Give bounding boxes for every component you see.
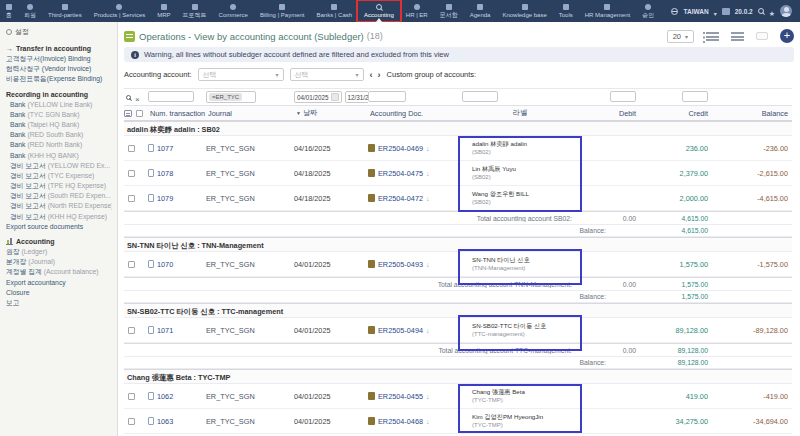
nav-hr-er[interactable]: HR | ER [400,0,434,22]
download-icon[interactable] [423,260,430,269]
accounting-doc-link[interactable]: ER2505-0494 [378,326,423,335]
num-filter-input[interactable] [148,91,194,102]
nav-members[interactable]: 회원 [18,0,42,22]
transaction-link[interactable]: 1077 [157,144,173,153]
sidebar-item-expense-2[interactable]: 경비 보고서 (TPE HQ Expense) [6,181,112,191]
add-record-button[interactable] [780,29,794,43]
nav-knowledge-base[interactable]: Knowledge base [496,0,552,22]
sidebar-item-expense-4[interactable]: 경비 보고서 (North RED Expense) [6,201,112,211]
nav-approval[interactable]: 승인 [636,0,660,22]
subledger-account-select[interactable]: 선택 [290,68,364,81]
transaction-link[interactable]: 1071 [157,326,173,335]
previous-account-button[interactable] [370,70,373,80]
columns-selector-icon[interactable] [124,110,132,117]
view-list-icon[interactable] [706,32,719,41]
global-search-icon[interactable] [758,8,764,14]
locale-label[interactable]: TAIWAN [683,8,708,15]
sidebar-item-bank-1[interactable]: Bank (TYC SGN Bank) [6,110,112,120]
nav-products-services[interactable]: Products | Services [88,0,152,22]
download-icon[interactable] [423,392,430,401]
sidebar-item-closure[interactable]: Closure [6,288,112,298]
download-icon[interactable] [423,144,430,153]
sidebar-item-export-accountancy[interactable]: Export accountancy [6,278,112,288]
row-checkbox[interactable] [128,261,135,268]
sidebar-item-export-source[interactable]: Export source documents [6,222,112,232]
sidebar-item-expense-5[interactable]: 경비 보고서 (KHH HQ Expense) [6,212,112,222]
row-checkbox[interactable] [128,393,135,400]
nav-agenda[interactable]: Agenda [464,0,497,22]
col-credit[interactable]: Credit [640,109,712,118]
row-checkbox[interactable] [128,327,135,334]
sidebar-settings[interactable]: 설정 [6,27,112,37]
calendar-icon[interactable] [331,93,339,101]
col-label[interactable]: 라벨 [462,108,578,118]
row-checkbox[interactable] [128,418,135,425]
accounting-doc-link[interactable]: ER2504-0469 [378,144,423,153]
nav-hr-management[interactable]: HR Management [579,0,636,22]
sidebar-item-expense-binding[interactable]: 비용전표묶음(Expense Binding) [6,74,112,84]
sidebar-item-reporting[interactable]: 보고 [6,298,112,308]
sidebar-item-invoice-binding[interactable]: 고객청구서(Invoice) Binding [6,54,112,64]
sidebar-item-bank-0[interactable]: Bank (YELLOW Line Bank) [6,100,112,110]
nav-home[interactable]: 홈 [0,0,18,22]
sidebar-item-journal[interactable]: 분개장 (Journal) [6,257,112,267]
accounting-doc-link[interactable]: ER2504-0468 [378,417,423,426]
nav-tools[interactable]: Tools [553,0,579,22]
sidebar-item-expense-1[interactable]: 경비 보고서 (TYC Expense) [6,171,112,181]
nav-mrp[interactable]: MRP [151,0,176,22]
select-all-checkbox[interactable] [136,110,143,117]
nav-commerce[interactable]: Commerce [213,0,254,22]
transaction-link[interactable]: 1078 [157,169,173,178]
transaction-link[interactable]: 1079 [157,194,173,203]
sidebar-item-expense-3[interactable]: 경비 보고서 (South RED Expen... [6,191,112,201]
sidebar-item-bank-2[interactable]: Bank (Taipei HQ Bank) [6,120,112,130]
nav-third-parties[interactable]: Third-parties [42,0,88,22]
download-icon[interactable] [423,417,430,426]
label-filter-input[interactable] [462,91,498,102]
row-checkbox[interactable] [128,170,135,177]
col-journal[interactable]: Journal [206,109,294,118]
transaction-link[interactable]: 1070 [157,260,173,269]
accounting-doc-link[interactable]: ER2504-0472 [378,194,423,203]
col-doc[interactable]: Accounting Doc. [368,109,462,118]
row-checkbox[interactable] [128,195,135,202]
download-icon[interactable] [423,169,430,178]
bookmark-star-icon[interactable] [769,2,775,20]
accounting-account-select[interactable]: 선택 [198,68,284,81]
date-to-input[interactable]: 12/31/2025 [345,91,368,103]
next-account-button[interactable] [378,70,381,80]
download-icon[interactable] [423,326,430,335]
col-num[interactable]: Num. transaction [148,109,206,118]
date-from-input[interactable]: 04/01/2025 [294,91,342,103]
transaction-link[interactable]: 1062 [157,392,173,401]
download-icon[interactable] [423,194,430,203]
debit-filter-input[interactable] [610,91,636,102]
doc-filter-input[interactable] [368,91,406,102]
accounting-doc-link[interactable]: ER2504-0455 [378,392,423,401]
col-date[interactable]: 날짜 [294,108,368,118]
view-extended-selected[interactable] [756,32,768,40]
accounting-doc-link[interactable]: ER2505-0493 [378,260,423,269]
credit-filter-input[interactable] [682,91,708,102]
search-icon[interactable] [126,95,131,100]
accounting-doc-link[interactable]: ER2504-0475 [378,169,423,178]
sidebar-item-bank-3[interactable]: Bank (RED South Bank) [6,130,112,140]
user-avatar[interactable] [780,5,792,17]
sidebar-item-ledger[interactable]: 원장 (Ledger) [6,247,112,257]
nav-projects[interactable]: 프로젝트 [177,0,213,22]
view-compact-icon[interactable] [731,32,744,41]
sidebar-item-bank-5[interactable]: Bank (KHH HQ BANK) [6,151,112,161]
sidebar-item-account-balance[interactable]: 계정별 집계 (Account balance) [6,267,112,277]
nav-banks-cash[interactable]: Banks | Cash [311,0,359,22]
nav-billing-payment[interactable]: Billing | Payment [254,0,311,22]
transaction-link[interactable]: 1063 [157,417,173,426]
sidebar-item-bank-4[interactable]: Bank (RED North Bank) [6,140,112,150]
journal-filter-input[interactable]: =ER_TYC [206,91,256,103]
sidebar-item-vendor-invoice[interactable]: 협력사청구 (Vendor Invoice) [6,64,112,74]
nav-documents[interactable]: 문서함 [434,0,464,22]
col-balance[interactable]: Balance [712,109,792,118]
page-size-select[interactable]: 20 [667,30,694,43]
nav-accounting[interactable]: Accounting [358,0,400,22]
row-checkbox[interactable] [128,145,135,152]
clear-filters-icon[interactable] [135,88,140,106]
